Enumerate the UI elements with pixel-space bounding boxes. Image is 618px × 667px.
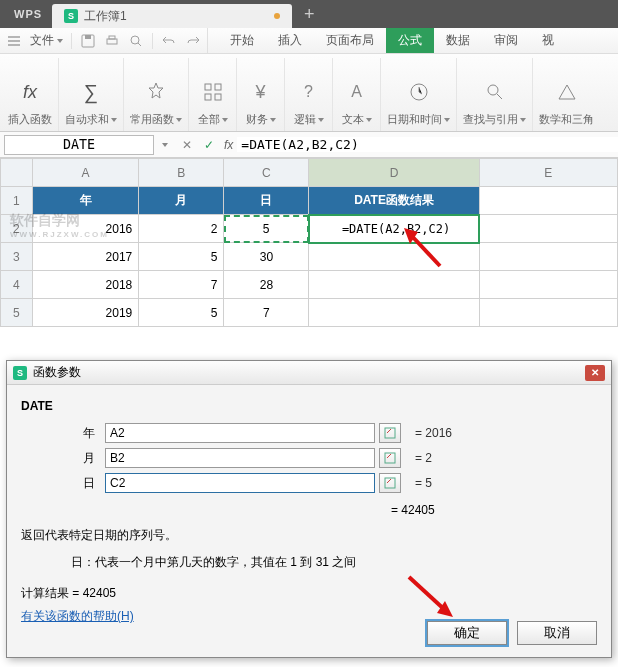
grid[interactable]: A B C D E 1 年 月 日 DATE函数结果 2 2016 2 5 =D… <box>0 158 618 327</box>
menu-icon[interactable] <box>6 33 22 49</box>
tab-home[interactable]: 开始 <box>218 28 266 53</box>
cell-selected-arg[interactable]: 5 <box>224 215 309 243</box>
tab-review[interactable]: 审阅 <box>482 28 530 53</box>
range-picker-icon[interactable] <box>379 423 401 443</box>
close-icon[interactable]: ✕ <box>585 365 605 381</box>
accept-formula-icon[interactable]: ✓ <box>198 138 220 152</box>
cell[interactable] <box>479 243 617 271</box>
spreadsheet-icon: S <box>13 366 27 380</box>
math-trig-button[interactable]: 数学和三角 <box>533 58 600 131</box>
svg-point-4 <box>131 36 139 44</box>
fx-icon[interactable]: fx <box>220 138 237 152</box>
name-box[interactable] <box>4 135 154 155</box>
cell[interactable]: 5 <box>139 243 224 271</box>
datetime-button[interactable]: 日期和时间 <box>381 58 457 131</box>
ok-button[interactable]: 确定 <box>427 621 507 645</box>
cell[interactable]: 2 <box>139 215 224 243</box>
cell[interactable] <box>479 271 617 299</box>
insert-function-button[interactable]: fx插入函数 <box>2 58 59 131</box>
cell[interactable]: 7 <box>224 299 309 327</box>
logical-button[interactable]: ?逻辑 <box>285 58 333 131</box>
cancel-button[interactable]: 取消 <box>517 621 597 645</box>
redo-icon[interactable] <box>185 33 201 49</box>
menubar: 文件 开始 插入 页面布局 公式 数据 审阅 视 <box>0 28 618 54</box>
cell[interactable]: 2018 <box>32 271 138 299</box>
tab-title: 工作簿1 <box>84 8 127 25</box>
cell[interactable]: 5 <box>139 299 224 327</box>
cell[interactable] <box>479 187 617 215</box>
row-header[interactable]: 3 <box>1 243 33 271</box>
arg-label: 日 <box>21 475 105 492</box>
arg-result: = 5 <box>415 476 432 490</box>
arg-label: 年 <box>21 425 105 442</box>
calculation-result: 计算结果 = 42405 <box>21 585 597 602</box>
tab-data[interactable]: 数据 <box>434 28 482 53</box>
cell[interactable]: 2019 <box>32 299 138 327</box>
new-tab-button[interactable]: + <box>292 4 327 25</box>
cell[interactable]: 28 <box>224 271 309 299</box>
cell[interactable] <box>479 215 617 243</box>
file-menu[interactable]: 文件 <box>30 32 63 49</box>
document-tab[interactable]: S 工作簿1 <box>52 4 292 28</box>
autosum-button[interactable]: ∑自动求和 <box>59 58 124 131</box>
cell[interactable]: 2016 <box>32 215 138 243</box>
arg-label: 月 <box>21 450 105 467</box>
cell[interactable]: 月 <box>139 187 224 215</box>
svg-rect-6 <box>215 84 221 90</box>
namebox-dropdown[interactable] <box>154 143 176 147</box>
row-header[interactable]: 4 <box>1 271 33 299</box>
tab-formula[interactable]: 公式 <box>386 28 434 53</box>
col-header-a[interactable]: A <box>32 159 138 187</box>
spreadsheet: A B C D E 1 年 月 日 DATE函数结果 2 2016 2 5 =D… <box>0 158 618 327</box>
cell[interactable]: 7 <box>139 271 224 299</box>
undo-icon[interactable] <box>161 33 177 49</box>
arg-month-input[interactable] <box>105 448 375 468</box>
tab-view[interactable]: 视 <box>530 28 566 53</box>
col-header-b[interactable]: B <box>139 159 224 187</box>
function-description: 返回代表特定日期的序列号。 <box>21 527 597 544</box>
row-header[interactable]: 5 <box>1 299 33 327</box>
cell-active[interactable]: =DATE(A2,B2,C2) <box>309 215 479 243</box>
cell[interactable]: 2017 <box>32 243 138 271</box>
cell[interactable]: DATE函数结果 <box>309 187 479 215</box>
svg-rect-5 <box>205 84 211 90</box>
select-all-corner[interactable] <box>1 159 33 187</box>
row-header[interactable]: 2 <box>1 215 33 243</box>
cancel-formula-icon[interactable]: ✕ <box>176 138 198 152</box>
col-header-e[interactable]: E <box>479 159 617 187</box>
formula-bar: ✕ ✓ fx <box>0 132 618 158</box>
cell[interactable] <box>309 271 479 299</box>
financial-button[interactable]: ¥财务 <box>237 58 285 131</box>
function-name: DATE <box>21 399 597 413</box>
col-header-d[interactable]: D <box>309 159 479 187</box>
ribbon-tabs: 开始 插入 页面布局 公式 数据 审阅 视 <box>218 28 566 53</box>
cell[interactable]: 年 <box>32 187 138 215</box>
arg-day-input[interactable] <box>105 473 375 493</box>
text-button[interactable]: A文本 <box>333 58 381 131</box>
tab-insert[interactable]: 插入 <box>266 28 314 53</box>
print-icon[interactable] <box>104 33 120 49</box>
range-picker-icon[interactable] <box>379 448 401 468</box>
triangle-icon <box>556 81 578 103</box>
dialog-titlebar[interactable]: S 函数参数 ✕ <box>7 361 611 385</box>
cell[interactable] <box>309 243 479 271</box>
row-header[interactable]: 1 <box>1 187 33 215</box>
formula-input[interactable] <box>237 137 618 152</box>
cell[interactable]: 30 <box>224 243 309 271</box>
col-header-c[interactable]: C <box>224 159 309 187</box>
cell[interactable] <box>479 299 617 327</box>
preview-icon[interactable] <box>128 33 144 49</box>
lookup-button[interactable]: 查找与引用 <box>457 58 533 131</box>
range-picker-icon[interactable] <box>379 473 401 493</box>
titlebar: WPS S 工作簿1 + <box>0 0 618 28</box>
chevron-down-icon <box>57 39 63 43</box>
common-functions-button[interactable]: 常用函数 <box>124 58 189 131</box>
save-icon[interactable] <box>80 33 96 49</box>
tab-layout[interactable]: 页面布局 <box>314 28 386 53</box>
grid-icon <box>201 80 225 104</box>
all-functions-button[interactable]: 全部 <box>189 58 237 131</box>
dialog-title: 函数参数 <box>33 364 81 381</box>
cell[interactable]: 日 <box>224 187 309 215</box>
cell[interactable] <box>309 299 479 327</box>
arg-year-input[interactable] <box>105 423 375 443</box>
